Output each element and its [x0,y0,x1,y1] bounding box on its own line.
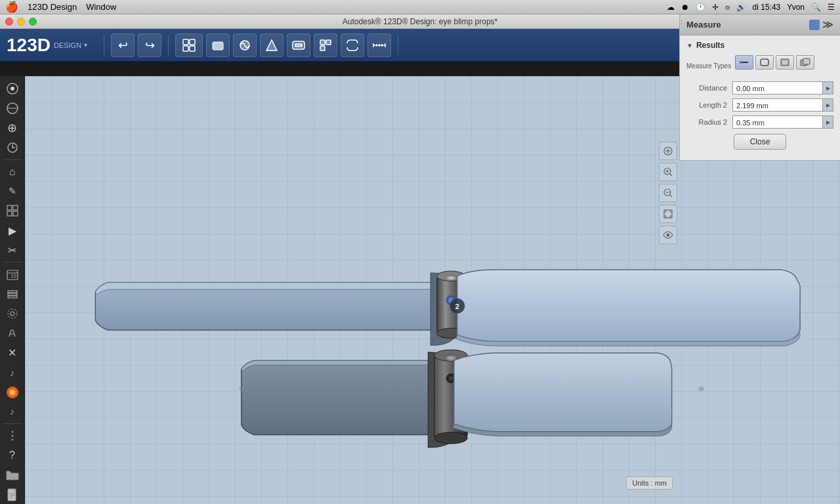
measure-types-row: Measure Types [686,55,833,76]
svg-point-34 [8,309,17,318]
distance-copy-button[interactable]: ▶ [823,81,833,94]
svg-point-40 [11,435,13,437]
left-sidebar: ⊕ ⌂ ✎ ▶ ✂ 10 ✕ ♪ ♪ [0,76,25,504]
sidebar-home-icon[interactable]: ⌂ [2,163,23,181]
sidebar-music-icon[interactable]: ♪ [2,364,23,382]
sidebar-sep-2 [3,262,22,262]
undo-button[interactable]: ↩ [111,33,135,57]
close-button[interactable] [5,18,13,26]
measure-tool[interactable] [368,33,391,57]
svg-point-38 [11,391,14,394]
menu-right-area: ☁ ⏺ 🕐 ✛ ⌾ 🔊 di 15:43 Yvon 🔍 ☰ [667,3,835,12]
svg-rect-3 [190,46,195,51]
svg-rect-23 [7,205,12,210]
mtype-face-button[interactable] [776,55,794,70]
sidebar-edit-icon[interactable]: ✎ [2,182,23,200]
apple-menu[interactable]: 🍎 [5,1,18,13]
zoom-fit-button[interactable] [659,142,677,160]
section-results-header[interactable]: ▼ Results [686,41,833,50]
length2-copy-button[interactable]: ▶ [823,98,833,112]
logo-123d: 123D [7,36,51,54]
menu-123d-design[interactable]: 123D Design [28,2,77,12]
redo-button[interactable]: ↪ [138,33,161,57]
svg-text:2: 2 [455,302,459,310]
mtype-loop-button[interactable] [755,55,774,70]
sidebar-x-icon[interactable]: ✕ [2,344,23,362]
app-title: Autodesk® 123D® Design: eye blimp props* [343,17,497,26]
menu-list-icon[interactable]: ☰ [828,3,835,12]
sidebar-calendar-icon[interactable]: 10 [2,265,23,284]
length2-row: Length 2 2.199 mm ▶ [686,98,833,112]
zoom-out-button[interactable] [659,184,677,202]
sidebar-layers-icon[interactable] [2,285,23,303]
menu-cloud-icon: ☁ [667,3,675,12]
length2-label: Length 2 [686,101,732,109]
svg-marker-6 [266,40,277,51]
sidebar-folder-icon[interactable] [2,466,23,484]
transform-tool[interactable] [175,33,203,57]
pattern-tool[interactable] [314,33,337,57]
units-badge[interactable]: Units : mm [626,476,673,490]
menu-window[interactable]: Window [86,2,116,12]
panel-more-button[interactable]: ≫ [822,18,833,31]
sidebar-pen-icon[interactable] [2,324,23,343]
svg-rect-88 [761,59,768,66]
svg-rect-31 [8,293,17,295]
minimize-button[interactable] [17,18,25,26]
measure-types-buttons [735,55,814,70]
menu-clock-icon: 🕐 [696,3,705,12]
close-button[interactable]: Close [734,134,786,150]
sketch-tool[interactable] [233,33,257,57]
mtype-edge-button[interactable] [735,55,753,70]
sidebar-play-icon[interactable]: ▶ [2,221,23,240]
toolbar-separator-1 [104,35,104,55]
svg-rect-4 [213,42,223,50]
panel-expand-button[interactable] [809,20,820,30]
distance-row: Distance 0.00 mm ▶ [686,81,833,94]
section-results-label: Results [696,41,724,50]
distance-value: 0.00 mm [732,81,823,94]
zoom-in-button[interactable] [659,163,677,181]
toolbar-separator-3 [398,35,398,55]
sidebar-grid-icon[interactable] [2,201,23,220]
svg-text:⊕: ⊕ [698,385,704,392]
logo-dropdown-icon[interactable]: ▾ [84,41,87,49]
svg-text:10: 10 [10,273,16,279]
svg-rect-30 [8,291,17,293]
panel-title: Measure [686,20,721,30]
radius2-copy-button[interactable]: ▶ [823,116,833,129]
sidebar-cut-icon[interactable]: ✂ [2,241,23,259]
sidebar-add-icon[interactable]: ⊕ [2,119,23,137]
menu-time: di 15:43 [753,3,781,12]
menu-search-icon[interactable]: 🔍 [811,3,821,12]
radius2-value: 0.35 mm [732,116,823,129]
construct-tool[interactable] [260,33,284,57]
toolbar-separator-2 [168,35,169,55]
mtype-solid-button[interactable] [796,55,814,70]
svg-point-33 [10,312,14,316]
measure-panel: Measure ≫ ▼ Results Measure Types [679,14,840,161]
group-tool[interactable] [341,33,364,57]
sidebar-history-icon[interactable] [2,138,23,157]
sidebar-firefox-icon[interactable] [2,383,23,402]
sidebar-snap-icon[interactable] [2,79,23,98]
maximize-button[interactable] [29,18,37,26]
fit-all-button[interactable] [659,205,677,223]
sidebar-settings-icon[interactable] [2,304,23,323]
sidebar-view-icon[interactable] [2,99,23,117]
radius2-label: Radius 2 [686,118,732,126]
logo-area: 123D DESIGN ▾ [7,36,87,54]
svg-point-85 [667,234,670,237]
modify-tool[interactable] [287,33,310,57]
sidebar-music2-icon[interactable]: ♪ [2,403,23,421]
menu-volume-icon: 🔊 [736,3,746,12]
eye-button[interactable] [659,226,677,244]
svg-rect-90 [782,60,788,64]
svg-point-63 [449,377,453,381]
primitive-tool[interactable] [206,33,230,57]
svg-point-19 [10,87,14,91]
sidebar-doc-icon[interactable] [2,486,23,504]
svg-text:⊕: ⊕ [239,385,245,392]
sidebar-question-icon[interactable]: ? [2,446,23,465]
svg-rect-11 [320,46,325,51]
